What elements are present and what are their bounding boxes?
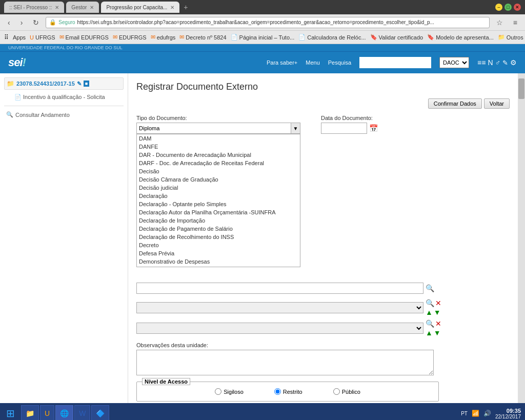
taskbar-chrome[interactable]: 🌐 [55, 405, 73, 420]
new-tab-button[interactable]: + [184, 3, 188, 11]
dropdown-item-declaracao[interactable]: Declaração [137, 192, 300, 200]
confirm-button[interactable]: Confirmar Dados [428, 98, 482, 109]
settings-icon[interactable]: ⚙ [510, 58, 517, 67]
observacoes-textarea[interactable] [136, 350, 434, 375]
nivel-acesso-legend: Nível de Acesso [142, 378, 190, 385]
dropdown-item-declaracao-importacao[interactable]: Declaração de Importação [137, 216, 300, 225]
first-select-delete-icon[interactable]: ✕ [435, 299, 441, 307]
person-icon[interactable]: ♂ [495, 58, 501, 67]
bookmark-validar[interactable]: 🔖 Validar certificado [370, 34, 423, 41]
first-select-up-icon[interactable]: ▲ [426, 308, 433, 316]
close-button[interactable]: ✕ [514, 4, 521, 11]
second-select-up-icon[interactable]: ▲ [426, 329, 433, 337]
first-select-row: 🔍 ✕ ▲ ▼ [136, 299, 510, 316]
tab-2[interactable]: Gestor ✕ [66, 2, 99, 13]
bookmark-ufrgs[interactable]: U UFRGS [30, 34, 55, 41]
bookmark-edufrgs2[interactable]: ✉ edufrgs [151, 34, 176, 41]
page-title: Registrar Documento Externo [136, 82, 510, 92]
dropdown-item-declaracao-optante[interactable]: Declaração - Optante pelo Simples [137, 200, 300, 208]
taskbar-sound-icon: 🔊 [483, 410, 491, 417]
bookmark-email-edufrgs[interactable]: ✉ Email EDUFRGS [59, 34, 109, 41]
second-select-down-icon[interactable]: ▼ [434, 329, 441, 337]
taskbar-file-manager[interactable]: 📁 [21, 405, 39, 420]
dropdown-item-defesa[interactable]: Defesa Prévia [137, 249, 300, 257]
main-scrollbar[interactable] [518, 73, 525, 403]
dropdown-item-danfe[interactable]: DANFE [137, 143, 300, 151]
second-select[interactable] [136, 323, 423, 334]
minimize-button[interactable]: – [495, 4, 502, 11]
observacoes-label: Observações desta unidade: [136, 342, 510, 348]
nivel-acesso-radio-group: Sigiloso Restrito Público [147, 388, 428, 395]
tab-2-close[interactable]: ✕ [90, 5, 94, 10]
consult-icon: 🔍 [6, 111, 13, 118]
first-select-search-icon[interactable]: 🔍 [426, 299, 434, 307]
radio-sigiloso[interactable] [215, 388, 221, 395]
back-button[interactable]: ‹ [4, 16, 14, 29]
dropdown-item-declaracao-recolhimento[interactable]: Declaração de Recolhimento do INSS [137, 233, 300, 241]
grid-icon[interactable]: ≡≡ [477, 58, 486, 67]
second-select-delete-icon[interactable]: ✕ [435, 319, 441, 328]
dropdown-item-decisao-camara[interactable]: Decisão Câmara de Graduação [137, 175, 300, 184]
dropdown-item-dam[interactable]: DAM [137, 134, 300, 143]
dropdown-item-declaracao-autor[interactable]: Declaração Autor da Planilha Orçamentári… [137, 208, 300, 216]
pesquisa-link[interactable]: Pesquisa [328, 59, 351, 66]
bookmark-button[interactable]: ☆ [493, 16, 507, 29]
bookmark-outros[interactable]: 📁 Outros favoritos [498, 34, 525, 41]
process-badge-icon: ■ [84, 81, 89, 87]
tipo-documento-dropdown-button[interactable]: ▼ [291, 123, 300, 134]
user-icon[interactable]: N [488, 58, 493, 67]
search-input[interactable] [359, 57, 431, 68]
dropdown-item-decisao-judicial[interactable]: Decisão judicial [137, 184, 300, 192]
tab-3-close[interactable]: ✕ [170, 5, 174, 10]
reload-button[interactable]: ↻ [29, 16, 43, 29]
dropdown-item-darf[interactable]: DARF - Doc. de Arrecadação de Receitas F… [137, 159, 300, 167]
tipo-documento-wrapper: ▼ DAM DANFE DAR - Documento de Arrecadaç… [136, 123, 300, 134]
bookmark-modelo[interactable]: 🔖 Modelo de apresenta... [427, 34, 494, 41]
tab-1-close[interactable]: ✕ [55, 5, 59, 10]
dropdown-item-decreto[interactable]: Decreto [137, 241, 300, 249]
tab-1[interactable]: :: SEI - Processo :: ✕ [4, 2, 64, 13]
radio-restrito[interactable] [274, 388, 281, 395]
edit-process-icon[interactable]: ✎ [77, 81, 82, 87]
taskbar-extra[interactable]: 🔷 [91, 405, 109, 420]
unit-select[interactable]: DAOC [439, 57, 469, 68]
document-item: 📄 Incentivo à qualificação - Solicita [4, 92, 124, 103]
tipo-documento-label: Tipo do Documento: [136, 115, 300, 121]
start-button[interactable]: ⊞ [2, 405, 19, 420]
second-select-search-icon[interactable]: 🔍 [426, 319, 434, 328]
tab-3[interactable]: Progressão por Capacita... ✕ [101, 2, 179, 13]
bookmark-calc[interactable]: 📄 Calculadora de Relóc... [298, 34, 366, 41]
maximize-button[interactable]: □ [504, 4, 512, 11]
dropdown-item-declaracao-pagamento[interactable]: Declaração de Pagamento de Salário [137, 225, 300, 233]
menu-link[interactable]: Menu [306, 59, 320, 66]
data-documento-input[interactable] [321, 123, 367, 134]
address-bar[interactable]: 🔒 Seguro https://sei.ufrgs.br/sei/contro… [46, 17, 489, 28]
sidebar-divider [4, 106, 124, 106]
edit-icon[interactable]: ✎ [502, 59, 508, 67]
numero-paginas-input[interactable] [136, 283, 423, 294]
bookmark-edufrgs[interactable]: ✉ EDUFRGS [113, 34, 147, 41]
consultar-andamento-link[interactable]: 🔍 Consultar Andamento [4, 109, 124, 120]
forward-button[interactable]: › [17, 16, 27, 29]
data-documento-label: Data do Documento: [321, 115, 378, 121]
radio-publico[interactable] [333, 388, 340, 395]
dropdown-item-decisao[interactable]: Decisão [137, 167, 300, 175]
taskbar-ufrgs[interactable]: U [40, 405, 54, 420]
numero-paginas-search-icon[interactable]: 🔍 [426, 284, 434, 292]
bookmark-pagina[interactable]: 📄 Página inicial – Tuto... [231, 34, 295, 41]
settings-button[interactable]: ≡ [510, 16, 521, 29]
first-select[interactable] [136, 302, 423, 313]
sei-logo: sei! [8, 56, 26, 69]
dropdown-item-demonstrativo-despesas[interactable]: Demonstrativo de Despesas [137, 257, 300, 266]
radio-publico-label: Público [333, 388, 360, 395]
first-select-down-icon[interactable]: ▼ [434, 308, 441, 316]
calendar-icon[interactable]: 📅 [369, 124, 378, 132]
dropdown-item-demonstrativo-financeiro[interactable]: Demonstrativo Financeiro [137, 266, 300, 267]
bookmark-decreto[interactable]: ✉ Decreto nº 5824 [179, 34, 226, 41]
taskbar-word[interactable]: W [74, 405, 90, 420]
dropdown-item-dar[interactable]: DAR - Documento de Arrecadação Municipal [137, 151, 300, 159]
back-button-form[interactable]: Voltar [484, 98, 510, 109]
tipo-documento-input[interactable] [136, 123, 291, 134]
bookmark-apps[interactable]: Apps [13, 34, 26, 41]
para-saber-link[interactable]: Para saber+ [267, 59, 297, 66]
